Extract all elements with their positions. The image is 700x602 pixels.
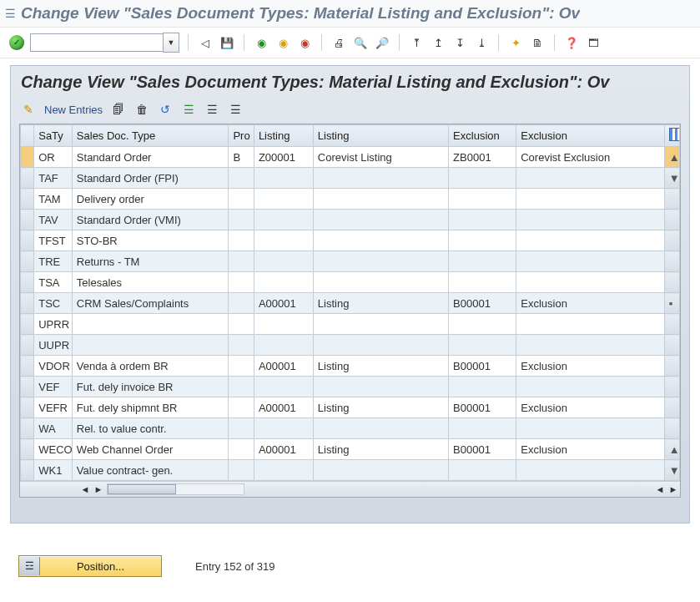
- vertical-scrollbar-cell[interactable]: ▲: [664, 147, 679, 168]
- cell-listing-desc[interactable]: Listing: [313, 293, 448, 314]
- cell-type[interactable]: Fut. dely invoice BR: [72, 377, 229, 397]
- table-row[interactable]: TAMDelivery order: [21, 189, 680, 210]
- scroll-right-icon[interactable]: ►: [92, 484, 105, 494]
- vertical-scrollbar-cell[interactable]: ▲: [664, 439, 679, 460]
- cell-pro[interactable]: [229, 335, 254, 356]
- scroll-right-end-icon[interactable]: ►: [667, 484, 680, 494]
- cell-type[interactable]: Fut. dely shipmnt BR: [72, 397, 229, 418]
- next-page-icon[interactable]: ↧: [451, 34, 468, 51]
- row-selector[interactable]: [21, 439, 34, 460]
- cell-pro[interactable]: [229, 168, 254, 189]
- select-all-icon[interactable]: ☰: [181, 102, 196, 117]
- cell-listing-code[interactable]: [254, 189, 313, 210]
- vertical-scrollbar-cell[interactable]: [664, 189, 679, 210]
- vertical-scrollbar-cell[interactable]: [664, 335, 679, 356]
- cell-listing-code[interactable]: A00001: [254, 397, 313, 418]
- table-row[interactable]: TFSTSTO-BR: [21, 230, 680, 251]
- cell-saty[interactable]: TAM: [34, 189, 73, 210]
- cell-listing-code[interactable]: [254, 272, 313, 293]
- cell-pro[interactable]: [229, 230, 254, 251]
- cell-exclusion-code[interactable]: B00001: [449, 439, 516, 460]
- cell-exclusion-code[interactable]: ZB0001: [449, 147, 516, 168]
- cell-exclusion-code[interactable]: [449, 460, 516, 481]
- new-session-icon[interactable]: ✦: [507, 34, 524, 51]
- deselect-all-icon[interactable]: ☰: [228, 102, 243, 117]
- print-icon[interactable]: 🖨: [330, 34, 347, 51]
- help-icon[interactable]: ❓: [563, 34, 580, 51]
- cell-saty[interactable]: UUPR: [34, 335, 73, 356]
- configure-columns-icon[interactable]: [664, 125, 679, 147]
- new-entries-button[interactable]: New Entries: [44, 104, 103, 116]
- cell-exclusion-desc[interactable]: [516, 168, 664, 189]
- cell-pro[interactable]: [229, 293, 254, 314]
- col-header-type[interactable]: Sales Doc. Type: [72, 125, 229, 147]
- cell-saty[interactable]: TAF: [34, 168, 73, 189]
- cell-exclusion-desc[interactable]: [516, 418, 664, 439]
- cell-saty[interactable]: OR: [34, 147, 73, 168]
- cell-listing-code[interactable]: A00001: [254, 293, 313, 314]
- cell-pro[interactable]: B: [229, 147, 254, 168]
- cell-exclusion-code[interactable]: B00001: [449, 397, 516, 418]
- row-selector[interactable]: [21, 210, 34, 230]
- cell-saty[interactable]: TRE: [34, 251, 73, 272]
- back-icon[interactable]: ◁: [197, 34, 214, 51]
- row-selector[interactable]: [21, 230, 34, 251]
- cell-listing-code[interactable]: [254, 230, 313, 251]
- cell-type[interactable]: [72, 314, 229, 335]
- window-menu-icon[interactable]: ☰: [5, 7, 16, 20]
- cell-exclusion-code[interactable]: B00001: [449, 293, 516, 314]
- cell-exclusion-code[interactable]: [449, 168, 516, 189]
- cell-listing-code[interactable]: [254, 460, 313, 481]
- cell-type[interactable]: Delivery order: [72, 189, 229, 210]
- cell-saty[interactable]: WK1: [34, 460, 73, 481]
- cell-type[interactable]: [72, 335, 229, 356]
- position-button[interactable]: ☲ Position...: [18, 555, 162, 577]
- cell-exclusion-code[interactable]: [449, 418, 516, 439]
- cell-listing-code[interactable]: A00001: [254, 356, 313, 377]
- table-row[interactable]: UPRR: [21, 314, 680, 335]
- cell-exclusion-desc[interactable]: Exclusion: [516, 397, 664, 418]
- table-row[interactable]: VEFRFut. dely shipmnt BRA00001ListingB00…: [21, 397, 680, 418]
- row-selector[interactable]: [21, 168, 34, 189]
- cell-listing-desc[interactable]: [313, 168, 448, 189]
- cell-exclusion-desc[interactable]: [516, 314, 664, 335]
- save-icon[interactable]: 💾: [219, 34, 235, 51]
- table-row[interactable]: TAVStandard Order (VMI): [21, 210, 680, 230]
- cell-exclusion-code[interactable]: [449, 377, 516, 397]
- cell-type[interactable]: Standard Order: [72, 147, 229, 168]
- prev-page-icon[interactable]: ↥: [430, 34, 446, 51]
- first-page-icon[interactable]: ⤒: [408, 34, 425, 51]
- copy-as-icon[interactable]: 🗐: [111, 102, 126, 117]
- row-selector[interactable]: [21, 418, 34, 439]
- table-row[interactable]: WK1Value contract- gen.▼: [21, 460, 680, 481]
- cell-exclusion-desc[interactable]: [516, 377, 664, 397]
- cell-exclusion-desc[interactable]: [516, 272, 664, 293]
- scroll-left-end-icon[interactable]: ◄: [653, 484, 667, 494]
- vertical-scrollbar-cell[interactable]: [664, 272, 679, 293]
- cell-saty[interactable]: TFST: [34, 230, 73, 251]
- cell-pro[interactable]: [229, 460, 254, 481]
- col-header-listing-desc[interactable]: Listing: [313, 125, 448, 147]
- nav-cancel-icon[interactable]: ◉: [296, 34, 313, 51]
- cell-saty[interactable]: VEFR: [34, 397, 73, 418]
- cell-exclusion-code[interactable]: [449, 314, 516, 335]
- scroll-track[interactable]: [107, 483, 244, 495]
- cell-saty[interactable]: TAV: [34, 210, 73, 230]
- cell-pro[interactable]: [229, 418, 254, 439]
- cell-type[interactable]: Standard Order (FPI): [72, 168, 229, 189]
- cell-saty[interactable]: WA: [34, 418, 73, 439]
- change-icon[interactable]: ✎: [21, 102, 36, 117]
- table-row[interactable]: WECOWeb Channel OrderA00001ListingB00001…: [21, 439, 680, 460]
- cell-saty[interactable]: TSC: [34, 293, 73, 314]
- nav-back-icon[interactable]: ◉: [253, 34, 269, 51]
- vertical-scrollbar-cell[interactable]: [664, 356, 679, 377]
- cell-listing-code[interactable]: [254, 377, 313, 397]
- cell-pro[interactable]: [229, 377, 254, 397]
- cell-exclusion-code[interactable]: [449, 272, 516, 293]
- vertical-scrollbar-cell[interactable]: ▼: [664, 460, 679, 481]
- select-all-rows[interactable]: [21, 125, 34, 147]
- row-selector[interactable]: [21, 335, 34, 356]
- row-selector[interactable]: [21, 251, 34, 272]
- vertical-scrollbar-cell[interactable]: ▼: [664, 168, 679, 189]
- cell-exclusion-code[interactable]: [449, 335, 516, 356]
